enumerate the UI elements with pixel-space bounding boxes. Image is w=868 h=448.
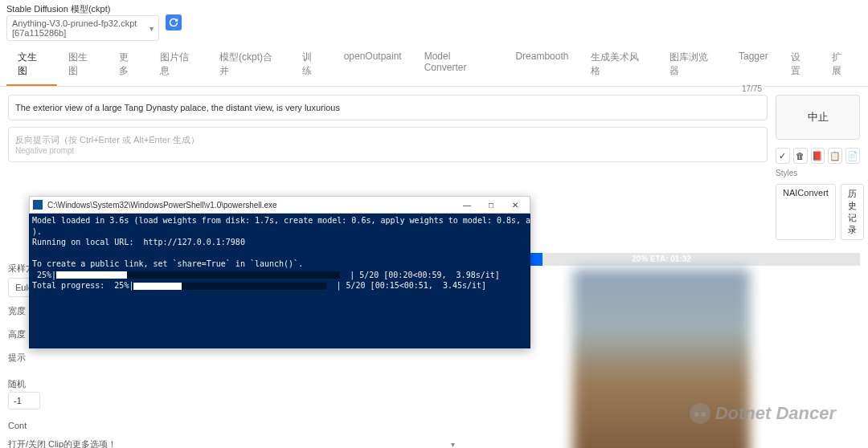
tool-icon-2[interactable]: 📕 xyxy=(811,148,825,164)
tab-6[interactable]: openOutpaint xyxy=(333,44,413,86)
interrupt-button[interactable]: 中止 xyxy=(776,95,860,140)
tab-3[interactable]: 图片信息 xyxy=(149,44,208,86)
seed-input[interactable]: -1 xyxy=(8,392,40,409)
window-title: C:\Windows\System32\WindowsPowerShell\v1… xyxy=(47,201,456,210)
tab-8[interactable]: Dreambooth xyxy=(504,44,579,86)
console-output: Model loaded in 3.6s (load weights from … xyxy=(29,214,530,348)
pill-1[interactable]: 历史记录 xyxy=(841,184,864,240)
refresh-button[interactable] xyxy=(166,14,182,31)
styles-label: Styles xyxy=(776,169,860,177)
tab-12[interactable]: 设置 xyxy=(780,44,821,86)
tab-2[interactable]: 更多 xyxy=(108,44,149,86)
maximize-button[interactable]: □ xyxy=(480,198,502,212)
tab-9[interactable]: 生成美术风格 xyxy=(579,44,658,86)
tab-10[interactable]: 图库浏览器 xyxy=(658,44,727,86)
model-label: Stable Diffusion 模型(ckpt) xyxy=(6,3,159,15)
minimize-button[interactable]: — xyxy=(456,198,478,212)
tool-icon-0[interactable]: ✓ xyxy=(776,148,790,164)
pill-0[interactable]: NAIConvert xyxy=(776,184,836,240)
powershell-icon xyxy=(33,200,43,210)
tab-1[interactable]: 图生图 xyxy=(57,44,108,86)
negative-prompt-input[interactable]: 反向提示词（按 Ctrl+Enter 或 Alt+Enter 生成） Negat… xyxy=(8,127,768,162)
prompt-input[interactable]: 17/75 The exterior view of a large Tang … xyxy=(8,95,768,120)
token-counter: 17/75 xyxy=(742,84,762,93)
tab-5[interactable]: 训练 xyxy=(291,44,332,86)
tab-13[interactable]: 扩展 xyxy=(821,44,862,86)
tool-icon-4[interactable]: 📄 xyxy=(845,148,860,164)
tab-7[interactable]: Model Converter xyxy=(413,44,505,86)
close-button[interactable]: ✕ xyxy=(504,198,526,212)
tab-4[interactable]: 模型(ckpt)合并 xyxy=(208,44,291,86)
watermark: ●● Dotnet Dancer xyxy=(690,403,836,424)
tab-0[interactable]: 文生图 xyxy=(6,44,57,86)
model-select[interactable]: Anything-V3.0-pruned-fp32.ckpt [67a11528… xyxy=(6,15,159,41)
wechat-icon: ●● xyxy=(690,403,710,424)
powershell-window: C:\Windows\System32\WindowsPowerShell\v1… xyxy=(29,196,530,348)
main-tabs: 文生图图生图更多图片信息模型(ckpt)合并训练openOutpaintMode… xyxy=(0,44,868,87)
tab-11[interactable]: Tagger xyxy=(727,44,780,86)
chevron-down-icon[interactable]: ▾ xyxy=(451,440,455,448)
tool-icon-1[interactable]: 🗑 xyxy=(793,148,808,164)
chevron-down-icon: ▾ xyxy=(149,24,154,33)
tool-icon-3[interactable]: 📋 xyxy=(828,148,842,164)
